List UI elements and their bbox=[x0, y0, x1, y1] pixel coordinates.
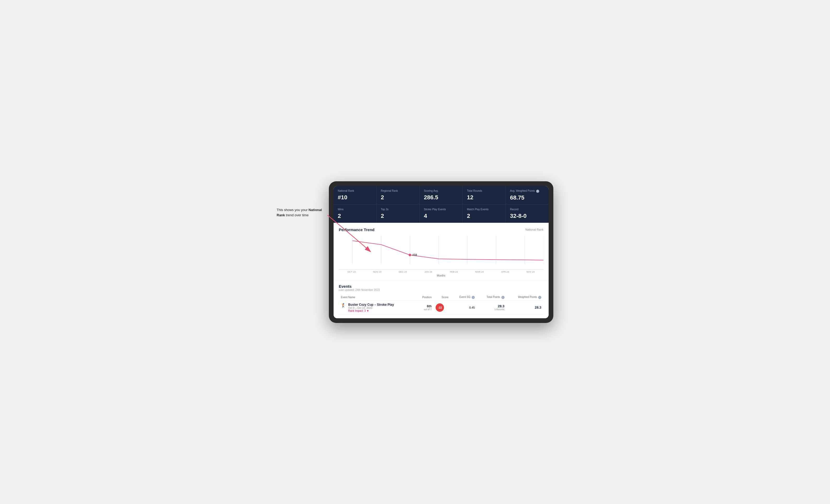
events-last-updated: Last updated: 24th November 2023 bbox=[339, 289, 543, 292]
event-position-sub: out of 7 bbox=[418, 308, 432, 311]
col-event-sg: Event SG i bbox=[450, 294, 477, 301]
event-score-badge: -22 bbox=[436, 303, 444, 312]
tablet-screen: National Rank #10 Regional Rank 2 Scorin… bbox=[333, 186, 549, 318]
info-icon-event-sg: i bbox=[472, 296, 475, 299]
event-total-points-sub: 3 Rounds bbox=[479, 308, 504, 311]
tablet-wrapper: National Rank #10 Regional Rank 2 Scorin… bbox=[329, 181, 553, 323]
perf-header: Performance Trend National Rank bbox=[339, 228, 543, 232]
annotation-block: This shows you your National Rank trend … bbox=[277, 181, 329, 219]
col-score: Score bbox=[434, 294, 450, 301]
stats-row-1: National Rank #10 Regional Rank 2 Scorin… bbox=[333, 186, 549, 204]
col-weighted-points: Weighted Points i bbox=[507, 294, 543, 301]
x-label-oct23: OCT 23 bbox=[339, 271, 364, 273]
chart-x-labels: OCT 23 NOV 23 DEC 23 JAN 24 FEB 24 MAR 2… bbox=[339, 269, 543, 274]
stat-regional-rank: Regional Rank 2 bbox=[377, 186, 420, 204]
stat-top3s: Top 3s 2 bbox=[377, 204, 420, 223]
event-total-points-value: 28.3 bbox=[479, 304, 504, 308]
tablet-outer: National Rank #10 Regional Rank 2 Scorin… bbox=[329, 181, 553, 323]
x-label-nov23: NOV 23 bbox=[364, 271, 390, 273]
events-table: Event Name Position Score Event SG i Tot… bbox=[339, 294, 543, 314]
x-label-may24: MAY 24 bbox=[518, 271, 543, 273]
event-position: 6th bbox=[418, 304, 432, 308]
event-name-cell: 🏌 Buster Cozy Cup – Stroke Play Oct 9 – … bbox=[339, 301, 416, 314]
chart-point bbox=[409, 254, 411, 256]
x-label-jan24: JAN 24 bbox=[416, 271, 441, 273]
x-label-dec23: DEC 23 bbox=[390, 271, 416, 273]
chart-svg: #10 bbox=[339, 236, 543, 269]
event-rank-impact: Rank Impact: 3 ▼ bbox=[348, 309, 394, 312]
table-row: 🏌 Buster Cozy Cup – Stroke Play Oct 9 – … bbox=[339, 301, 543, 314]
rank-impact-arrow-icon: ▼ bbox=[366, 309, 369, 312]
chart-area: #10 bbox=[339, 236, 543, 269]
page-wrapper: This shows you your National Rank trend … bbox=[277, 181, 553, 323]
event-total-points-cell: 28.3 3 Rounds bbox=[477, 301, 506, 314]
x-label-mar24: MAR 24 bbox=[467, 271, 492, 273]
info-icon-avg-weighted: i bbox=[536, 190, 539, 193]
stat-stroke-play-events: Stroke Play Events 4 bbox=[420, 204, 463, 223]
stat-avg-weighted-points: Avg. Weighted Points i 68.75 bbox=[506, 186, 549, 204]
annotation-text-1: This shows you your bbox=[277, 208, 309, 212]
stat-total-rounds: Total Rounds 12 bbox=[463, 186, 506, 204]
x-label-apr24: APR 24 bbox=[492, 271, 518, 273]
stats-panel: National Rank #10 Regional Rank 2 Scorin… bbox=[333, 186, 549, 223]
rank-impact-label: Rank Impact: 3 bbox=[348, 309, 366, 312]
col-position: Position bbox=[416, 294, 434, 301]
stats-row-2: Wins 2 Top 3s 2 Stroke Play Events 4 M bbox=[333, 204, 549, 223]
event-weighted-points-cell: 28.3 bbox=[507, 301, 543, 314]
performance-section: Performance Trend National Rank bbox=[333, 223, 549, 280]
event-name: Buster Cozy Cup – Stroke Play bbox=[348, 303, 394, 306]
annotation-text-2: trend over time bbox=[285, 213, 309, 217]
event-sg-cell: 0.45 bbox=[450, 301, 477, 314]
perf-title: Performance Trend bbox=[339, 228, 375, 232]
col-total-points: Total Points i bbox=[477, 294, 506, 301]
x-label-feb24: FEB 24 bbox=[441, 271, 467, 273]
stat-record: Record 32-8-0 bbox=[506, 204, 549, 223]
stat-national-rank: National Rank #10 bbox=[333, 186, 377, 204]
events-section: Events Last updated: 24th November 2023 … bbox=[333, 280, 549, 318]
info-icon-total-points: i bbox=[501, 296, 505, 299]
event-score-cell: -22 bbox=[434, 301, 450, 314]
stat-match-play-events: Match Play Events 2 bbox=[463, 204, 506, 223]
annotation-text: This shows you your National Rank trend … bbox=[277, 207, 329, 219]
svg-text:#10: #10 bbox=[412, 253, 417, 257]
col-event-name: Event Name bbox=[339, 294, 416, 301]
info-icon-weighted-points: i bbox=[538, 296, 541, 299]
event-weighted-points-value: 28.3 bbox=[535, 305, 541, 309]
event-sg-value: 0.45 bbox=[469, 306, 475, 309]
stat-wins: Wins 2 bbox=[333, 204, 377, 223]
events-table-header: Event Name Position Score Event SG i Tot… bbox=[339, 294, 543, 301]
stat-scoring-avg: Scoring Avg. 286.5 bbox=[420, 186, 463, 204]
event-position-cell: 6th out of 7 bbox=[416, 301, 434, 314]
event-golf-icon: 🏌 bbox=[341, 303, 346, 308]
perf-label: National Rank bbox=[525, 228, 543, 231]
event-date: Oct 9 – Oct 10, 2023 bbox=[348, 306, 394, 309]
events-title: Events bbox=[339, 284, 543, 289]
chart-axis-label: Months bbox=[339, 274, 543, 277]
